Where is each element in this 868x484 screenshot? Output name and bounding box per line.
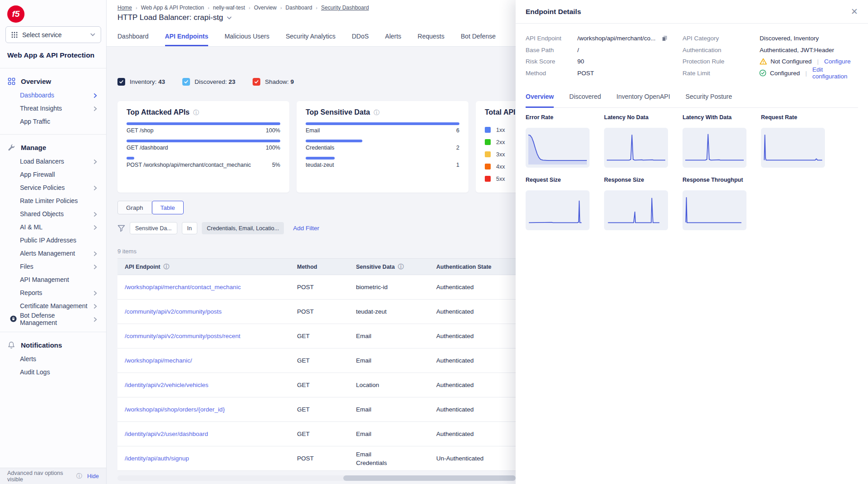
close-icon[interactable]: ✕ (851, 7, 858, 16)
nav-section-header-overview[interactable]: Overview (0, 74, 106, 88)
checkbox-shadow[interactable] (253, 78, 260, 86)
top-sensitive-data-card: Top Sensitive Data ⓘ Email6Credentials2t… (297, 101, 468, 193)
breadcrumb-item-web-app-api-protection[interactable]: Web App & API Protection (141, 5, 204, 11)
endpoint-link[interactable]: /identity/api/v2/vehicle/vehicles (125, 382, 297, 388)
horizontal-scrollbar[interactable] (117, 475, 516, 481)
sidebar-item-ai-ml[interactable]: AI & ML (0, 220, 106, 233)
chevron-right-icon: › (208, 5, 210, 10)
sensitive-data-cell: Email (356, 332, 436, 340)
graph-view-button[interactable]: Graph (117, 201, 152, 214)
bar-label[interactable]: GET /shop (127, 127, 154, 134)
sidebar-item-files[interactable]: Files (0, 260, 106, 273)
chart-box (526, 128, 590, 168)
tab-bot-defense[interactable]: Bot Defense (461, 28, 496, 46)
add-filter-link[interactable]: Add Filter (293, 225, 319, 232)
sidebar-item-public-ip-addresses[interactable]: Public IP Addresses (0, 233, 106, 247)
tab-api-endpoints[interactable]: API Endpoints (165, 28, 209, 46)
f5-logo[interactable]: f5 (7, 5, 24, 23)
endpoint-link[interactable]: /workshop/api/mechanic/ (125, 357, 297, 364)
endpoint-link[interactable]: /workshop/api/shop/orders/{order_id} (125, 406, 297, 413)
hide-nav-link[interactable]: Hide (87, 473, 99, 479)
nav-section-header-notifications[interactable]: Notifications (0, 338, 106, 352)
bell-icon (7, 341, 15, 349)
panel-tab-discovered[interactable]: Discovered (569, 91, 601, 108)
sidebar-item-service-policies[interactable]: Service Policies (0, 181, 106, 194)
link-edit-configuration[interactable]: Edit configuration (812, 66, 859, 80)
tab-malicious-users[interactable]: Malicious Users (224, 28, 269, 46)
panel-tab-security-posture[interactable]: Security Posture (686, 91, 732, 108)
sidebar-item-api-management[interactable]: API Management (0, 273, 106, 286)
panel-tab-inventory-openapi[interactable]: Inventory OpenAPI (616, 91, 670, 108)
tab-dashboard[interactable]: Dashboard (117, 28, 149, 46)
info-icon[interactable]: ⓘ (163, 264, 169, 270)
endpoint-link[interactable]: /community/api/v2/community/posts/recent (125, 333, 297, 339)
panel-tab-overview[interactable]: Overview (526, 91, 554, 108)
sidebar-item-certificate-management[interactable]: Certificate Management (0, 299, 106, 312)
filter-checkbox-discovered[interactable]: Discovered: 23 (182, 78, 235, 86)
page-title-row[interactable]: HTTP Load Balancer: crapi-stg (117, 13, 232, 22)
endpoint-link[interactable]: /workshop/api/merchant/contact_mechanic (125, 284, 297, 290)
link-configure[interactable]: Configure (824, 58, 851, 65)
sidebar-item-reports[interactable]: Reports (0, 286, 106, 299)
field-api-endpoint: API Endpoint/workshop/api/merchant/co... (526, 33, 668, 44)
filter-operator-chip[interactable]: In (182, 222, 197, 234)
bar-label[interactable]: Email (306, 127, 320, 134)
breadcrumb-item-overview[interactable]: Overview (254, 5, 277, 11)
grid-icon (7, 77, 15, 85)
field-rate-limit: Rate LimitConfigured|Edit configuration (683, 68, 859, 79)
nav-item-label: Dashboards (20, 92, 93, 99)
sidebar-item-threat-insights[interactable]: Threat Insights (0, 102, 106, 115)
table-view-button[interactable]: Table (152, 201, 184, 214)
filter-checkbox-shadow[interactable]: Shadow: 9 (253, 78, 294, 86)
tab-requests[interactable]: Requests (418, 28, 444, 46)
checkbox-discovered[interactable] (182, 78, 190, 86)
copy-icon[interactable] (661, 35, 668, 42)
endpoint-link[interactable]: /identity/api/auth/signup (125, 455, 297, 462)
filter-checkbox-inventory[interactable]: Inventory: 43 (117, 78, 165, 86)
info-icon[interactable]: ⓘ (76, 473, 82, 479)
chevron-right-icon (93, 290, 98, 295)
endpoint-link[interactable]: /identity/api/v2/user/dashboard (125, 431, 297, 437)
field-label: API Endpoint (526, 35, 577, 42)
sidebar-item-dashboards[interactable]: Dashboards (0, 88, 106, 102)
breadcrumb-item-dashboard[interactable]: Dashboard (286, 5, 312, 11)
info-icon[interactable]: ⓘ (374, 110, 380, 116)
bar-label[interactable]: POST /workshop/api/merchant/contact_mech… (127, 162, 251, 168)
funnel-icon[interactable] (117, 225, 125, 232)
chevron-down-icon[interactable] (227, 16, 232, 19)
nav-section-header-manage[interactable]: Manage (0, 140, 106, 155)
endpoint-link[interactable]: /community/api/v2/community/posts (125, 308, 297, 315)
sensitive-data-cell: Email (356, 356, 436, 365)
breadcrumb-item-home[interactable]: Home (117, 5, 132, 11)
sidebar-item-app-firewall[interactable]: App Firewall (0, 168, 106, 181)
tab-security-analytics[interactable]: Security Analytics (286, 28, 336, 46)
breadcrumb-item-nelly-waf-test[interactable]: nelly-waf-test (213, 5, 245, 11)
filter-value-chip[interactable]: Credentials, Email, Locatio... (202, 222, 284, 234)
sidebar-item-load-balancers[interactable]: Load Balancers (0, 155, 106, 168)
sidebar-item-app-traffic[interactable]: App Traffic (0, 115, 106, 128)
info-icon[interactable]: ⓘ (398, 264, 404, 270)
bar-label[interactable]: Credentials (306, 145, 334, 151)
sidebar-item-alerts[interactable]: Alerts (0, 352, 106, 365)
breadcrumb-item-security-dashboard[interactable]: Security Dashboard (321, 5, 369, 11)
field-value: Configured|Edit configuration (759, 66, 859, 80)
sidebar-item-rate-limiter-policies[interactable]: Rate Limiter Policies (0, 194, 106, 207)
tab-alerts[interactable]: Alerts (385, 28, 401, 46)
checkbox-inventory[interactable] (117, 78, 125, 86)
sidebar-item-shared-objects[interactable]: Shared Objects (0, 207, 106, 220)
method-cell: GET (297, 405, 356, 414)
sidebar-item-bot-defense-management[interactable]: Bot Defense Management (0, 312, 106, 325)
scrollbar-thumb[interactable] (343, 475, 516, 481)
select-service-dropdown[interactable]: Select service (5, 26, 101, 43)
chart-box (604, 128, 668, 168)
tab-ddos[interactable]: DDoS (352, 28, 369, 46)
bar-label[interactable]: teudat-zeut (306, 162, 334, 168)
info-icon[interactable]: ⓘ (193, 110, 199, 116)
card-title: Top Attacked APIs (127, 108, 190, 116)
bar-label[interactable]: GET /dashboard (127, 145, 168, 151)
nav-item-label: Files (20, 263, 93, 270)
sidebar-item-audit-logs[interactable]: Audit Logs (0, 365, 106, 378)
filter-field-chip[interactable]: Sensitive Da... (130, 222, 177, 234)
sidebar-item-alerts-management[interactable]: Alerts Management (0, 247, 106, 260)
legend-label: 3xx (496, 151, 505, 158)
